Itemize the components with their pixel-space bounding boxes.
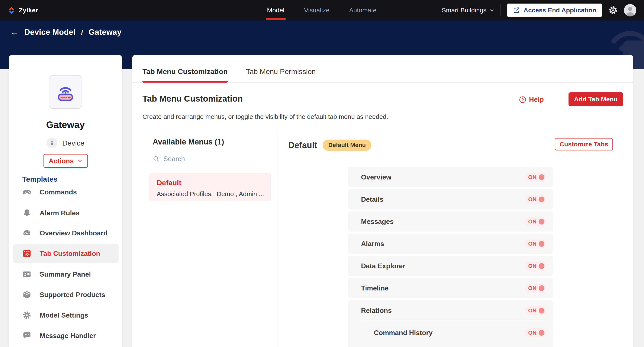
model-profile-card: Gateway Device Actions Templates xyxy=(9,55,122,347)
menu-item-profiles: Associated Profiles:Demo , Admin ... xyxy=(157,190,271,198)
details-toggle[interactable]: ON xyxy=(525,195,546,204)
toggle-knob xyxy=(539,197,544,202)
breadcrumb-current: Gateway xyxy=(89,28,122,37)
available-menus-heading: Available Menus (1) xyxy=(153,137,224,146)
timeline-toggle[interactable]: ON xyxy=(525,284,546,293)
templates-heading: Templates xyxy=(22,175,58,183)
model-type-row: Device xyxy=(9,138,122,148)
breadcrumb: ← Device Model / Gateway xyxy=(10,28,122,37)
external-link-icon xyxy=(513,7,520,14)
model-icon-tile xyxy=(49,75,82,109)
nav-model[interactable]: Model xyxy=(267,0,284,21)
toggle-row-timeline: Timeline ON xyxy=(348,278,553,298)
access-end-application-button[interactable]: Access End Application xyxy=(507,3,602,17)
user-avatar[interactable] xyxy=(624,4,636,17)
tab-grid-icon xyxy=(22,249,32,258)
add-tab-menu-button[interactable]: Add Tab Menu xyxy=(568,92,623,106)
column-divider xyxy=(278,131,278,347)
section-title: Tab Menu Customization xyxy=(142,94,243,104)
router-icon xyxy=(54,81,76,103)
section-description: Create and rearrange menus, or toggle th… xyxy=(142,113,388,120)
brand-name: Zylker xyxy=(19,7,38,14)
nav-visualize[interactable]: Visualize xyxy=(304,0,330,21)
toggle-row-relations: Relations ON xyxy=(348,300,553,321)
bell-icon xyxy=(22,208,32,218)
model-title: Gateway xyxy=(9,120,122,130)
sidebar-item-message-handler[interactable]: Message Handler xyxy=(13,326,118,345)
detail-title: Default xyxy=(288,140,317,150)
toggle-knob xyxy=(539,241,544,247)
toggle-row-command-history: Command History ON xyxy=(348,322,553,343)
command-history-toggle[interactable]: ON xyxy=(525,328,546,337)
data-explorer-toggle[interactable]: ON xyxy=(525,261,546,271)
toggle-knob xyxy=(539,285,544,291)
actions-button[interactable]: Actions xyxy=(44,154,88,168)
gauge-icon xyxy=(22,228,32,238)
customize-tabs-button[interactable]: Customize Tabs xyxy=(555,138,613,150)
gear-icon xyxy=(22,310,32,320)
gamepad-icon xyxy=(22,187,32,197)
toggle-knob xyxy=(539,308,544,313)
package-icon xyxy=(22,290,32,299)
alarms-toggle[interactable]: ON xyxy=(525,239,546,248)
settings-gear-icon[interactable] xyxy=(608,5,618,15)
id-card-icon xyxy=(22,269,32,279)
app-screen: Zylker Model Visualize Automate Smart Bu… xyxy=(0,0,644,347)
group-divider xyxy=(361,321,546,321)
sidebar-item-tab-customization[interactable]: Tab Customization xyxy=(13,244,118,263)
menu-list-item-default[interactable]: Default Associated Profiles:Demo , Admin… xyxy=(149,173,271,201)
device-type-icon xyxy=(46,138,57,148)
menu-item-name: Default xyxy=(157,179,271,187)
person-icon xyxy=(624,4,636,17)
search-row xyxy=(153,155,264,163)
toggle-knob xyxy=(539,174,544,180)
org-selector[interactable]: Smart Buildings xyxy=(442,7,494,14)
overview-toggle[interactable]: ON xyxy=(525,173,546,182)
sidebar-item-overview-dashboard[interactable]: Overview Dashboard xyxy=(13,223,118,243)
model-type-label: Device xyxy=(62,139,84,147)
default-menu-badge: Default Menu xyxy=(323,140,372,151)
nav-automate[interactable]: Automate xyxy=(349,0,376,21)
chevron-down-icon xyxy=(77,158,83,164)
topbar-divider xyxy=(500,4,501,16)
sidebar-item-model-settings[interactable]: Model Settings xyxy=(13,305,118,325)
search-input[interactable] xyxy=(163,155,257,163)
main-panel: Tab Menu Customization Tab Menu Permissi… xyxy=(132,55,633,347)
top-navigation: Model Visualize Automate xyxy=(267,0,376,21)
messages-toggle[interactable]: ON xyxy=(525,217,546,226)
detail-title-row: Default Default Menu xyxy=(288,140,371,151)
relations-group-card: Relations ON Command History ON xyxy=(348,300,553,347)
help-link[interactable]: ? Help xyxy=(519,96,544,104)
tab-bar: Tab Menu Customization Tab Menu Permissi… xyxy=(132,55,633,83)
search-icon xyxy=(153,155,160,163)
toggle-knob xyxy=(539,219,544,224)
sidebar-item-commands[interactable]: Commands xyxy=(13,187,118,202)
org-name: Smart Buildings xyxy=(442,7,486,14)
breadcrumb-parent[interactable]: Device Model xyxy=(24,28,76,37)
back-arrow-icon[interactable]: ← xyxy=(10,28,19,37)
message-icon xyxy=(22,331,32,340)
toggle-row-alarms: Alarms ON xyxy=(348,234,553,254)
sidebar-item-summary-panel[interactable]: Summary Panel xyxy=(13,264,118,284)
relations-toggle[interactable]: ON xyxy=(525,306,546,315)
toggle-row-messages: Messages ON xyxy=(348,211,553,232)
topbar-right: Smart Buildings Access End Application xyxy=(442,0,636,21)
tab-menu-customization[interactable]: Tab Menu Customization xyxy=(142,68,228,82)
topbar: Zylker Model Visualize Automate Smart Bu… xyxy=(0,0,644,21)
svg-text:?: ? xyxy=(522,97,524,102)
sidebar-item-supported-products[interactable]: Supported Products xyxy=(13,285,118,304)
sidebar-item-alarm-rules[interactable]: Alarm Rules xyxy=(13,203,118,223)
chevron-down-icon xyxy=(490,8,494,13)
toggle-row-details: Details ON xyxy=(348,189,553,210)
zylker-logo-icon xyxy=(6,5,17,15)
templates-list: Commands Alarm Rules xyxy=(9,187,122,347)
toggle-row-data-explorer: Data Explorer ON xyxy=(348,256,553,276)
toggle-row-overview: Overview ON xyxy=(348,167,553,187)
help-question-icon: ? xyxy=(519,96,526,104)
toggle-knob xyxy=(539,263,544,269)
tab-menu-permission[interactable]: Tab Menu Permission xyxy=(246,68,316,82)
toggle-knob xyxy=(539,330,544,336)
breadcrumb-separator: / xyxy=(81,28,83,37)
brand[interactable]: Zylker xyxy=(6,0,38,21)
